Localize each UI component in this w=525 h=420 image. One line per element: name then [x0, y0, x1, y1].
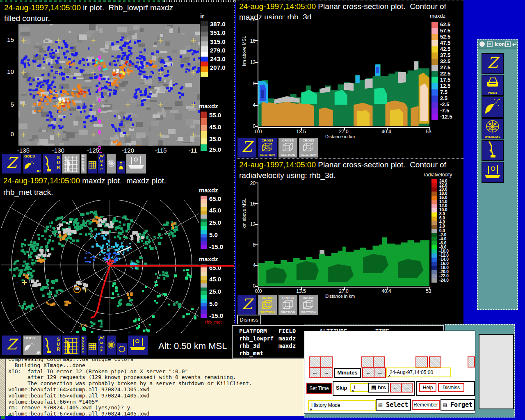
cross-section-button[interactable]: CROSS SECTION — [299, 137, 318, 158]
terminal-line: Building XImage...done — [8, 363, 252, 369]
colorbar-swatch — [431, 274, 437, 278]
skip-increment-button[interactable]: → — [401, 383, 413, 393]
set-time-button[interactable]: Set Time — [306, 383, 332, 394]
time-field[interactable]: 24-Aug-97,14:05:00 — [386, 368, 451, 377]
icon-window-titlebar[interactable]: icon — [478, 40, 517, 49]
cross-section-plot[interactable] — [258, 183, 430, 288]
colorbar-swatch — [431, 237, 437, 241]
buoy-button[interactable] — [116, 161, 126, 174]
cross-section-button-active[interactable]: CROSS SECTION — [258, 137, 277, 158]
colorbar-label: 351.0 — [210, 30, 226, 36]
minutes-decrement-button[interactable]: ← — [309, 368, 321, 378]
cross-section-button[interactable]: CROSS SECTION — [278, 137, 298, 158]
surveillance-button[interactable]: S U R — [43, 335, 62, 356]
ship-icon — [128, 154, 145, 170]
zebra-button[interactable]: Z — [2, 335, 21, 356]
window-cross-section-radialvelocity: 24-aug-1997,14:05:00 Planar cross-sectio… — [236, 158, 463, 325]
help-button[interactable]: Help — [419, 383, 436, 392]
colorbar-swatch — [431, 28, 438, 34]
terminal-cursor — [8, 415, 12, 416]
skip-decrement-button[interactable]: ← — [390, 383, 402, 393]
polar-grid-button[interactable] — [106, 153, 116, 174]
ship-button[interactable] — [126, 153, 146, 174]
terminal-line: XIO: fatal IO error 32 (Broken pipe) on … — [8, 369, 252, 375]
small-grid-button[interactable] — [87, 342, 97, 356]
help-dismiss-group: Help Dismiss — [416, 381, 475, 396]
x-tick: 0.0 — [250, 288, 267, 294]
history-mode-field[interactable]: History Mode — [308, 400, 376, 411]
time-decrement-button[interactable]: ← — [362, 368, 374, 378]
goes-ir-button[interactable]: GOES .IR — [23, 153, 42, 174]
table-cell: rhb_lowprf — [239, 335, 274, 342]
y-tick: 20 — [247, 180, 256, 186]
dismiss-button[interactable]: Dismiss — [438, 383, 464, 392]
colorbar-label: 5.0 — [209, 301, 218, 307]
ship-button[interactable] — [482, 162, 504, 183]
polar-grid-button[interactable] — [106, 335, 116, 356]
colorbar-swatch — [201, 46, 208, 51]
x-tick: 13.5 — [293, 288, 309, 294]
map-button[interactable]: M A P — [98, 335, 106, 356]
radar-grid-button[interactable] — [62, 335, 80, 356]
circle-button[interactable] — [116, 342, 127, 356]
colorbar-maxdz-xs: 62.557.552.547.542.537.532.527.522.517.5… — [431, 22, 438, 120]
zebra-button[interactable]: Z — [237, 295, 257, 315]
radar-grid-button[interactable] — [62, 153, 80, 174]
terminal-line: volume:beaufait:65>xdump.all 970824.1405… — [8, 393, 252, 399]
antenna-button[interactable] — [482, 140, 504, 161]
satellite-button[interactable] — [482, 96, 504, 118]
colorbar-swatch — [201, 125, 207, 131]
select-dropdown[interactable]: ▤ Select — [376, 399, 411, 411]
colorbar-swatch — [201, 234, 207, 237]
bounds-button[interactable]: B O U N D S — [80, 335, 87, 356]
zebra-button[interactable]: Z — [237, 137, 257, 158]
x-tick: 13.5 — [293, 129, 309, 135]
colorbar-swatch — [431, 96, 438, 102]
colorbar-swatch — [431, 52, 438, 59]
colorbar-label: -12.5 — [440, 114, 452, 119]
dismiss-button-float[interactable]: Dismiss — [237, 315, 260, 325]
colorbar-label: -15.0 — [209, 244, 223, 250]
terminal-scrollbar[interactable] — [0, 359, 6, 416]
window-ir-plot: 24-aug-1997,14:05:00 ir plot. Rhb_lowprf… — [0, 2, 234, 175]
colorbar-label: 7.5 — [440, 89, 447, 95]
surveillance-button[interactable]: S U R — [43, 153, 62, 174]
cross-section-plot[interactable] — [258, 19, 430, 128]
icon-window-title: icon — [495, 41, 505, 47]
table-cell: rhb_3d — [239, 342, 260, 349]
overlays-button[interactable]: OVERLAYS — [482, 118, 504, 139]
cross-section-button[interactable]: CROSS SECTION — [278, 295, 298, 315]
bounds-button[interactable]: B O U N D S — [80, 153, 87, 174]
return-button-icon[interactable] — [511, 41, 517, 47]
colorbar-swatch — [201, 280, 207, 283]
remember-button[interactable]: Remember — [412, 400, 440, 410]
colorbar-swatch — [201, 283, 207, 287]
dot-button-icon[interactable] — [505, 41, 511, 47]
print-button[interactable]: PRINT — [482, 75, 504, 96]
colorbar-label: 62.5 — [440, 22, 450, 27]
cube-icon — [302, 300, 315, 310]
zebra-button[interactable]: Z — [482, 53, 504, 74]
polar-grid-icon — [107, 341, 115, 349]
ir-satellite-image[interactable] — [18, 24, 200, 146]
small-grid-button[interactable] — [87, 161, 97, 174]
minutes-increment-button[interactable]: → — [320, 368, 333, 378]
goes-ir-button[interactable]: GOES .IR — [23, 335, 42, 356]
colorbar-swatch — [201, 314, 207, 318]
time-increment-button[interactable]: → — [374, 368, 386, 378]
workspace-indicator[interactable] — [1, 416, 5, 419]
cross-section-button[interactable]: CROSS SECTION — [299, 295, 318, 315]
list-icon[interactable] — [487, 41, 493, 47]
zebra-button[interactable]: Z — [2, 153, 21, 174]
window-title: 24-aug-1997,14:05:00 Planar cross-sectio… — [239, 2, 446, 11]
units-dropdown[interactable]: ▤ hrs — [368, 383, 389, 393]
window-terminal[interactable]: compressing colormap...89 unique colors … — [0, 358, 304, 416]
colorbar-label: 25.0 — [209, 219, 221, 226]
cross-section-button-active[interactable]: CROSS SECTION — [258, 295, 277, 315]
forget-dropdown[interactable]: ▤ Forget — [441, 399, 475, 411]
map-button[interactable]: M A P — [98, 153, 106, 174]
ship-button[interactable] — [128, 335, 148, 356]
colorbar-swatch — [431, 46, 438, 52]
colorbar-swatch — [201, 230, 207, 234]
menu-circle-icon[interactable] — [479, 41, 485, 47]
